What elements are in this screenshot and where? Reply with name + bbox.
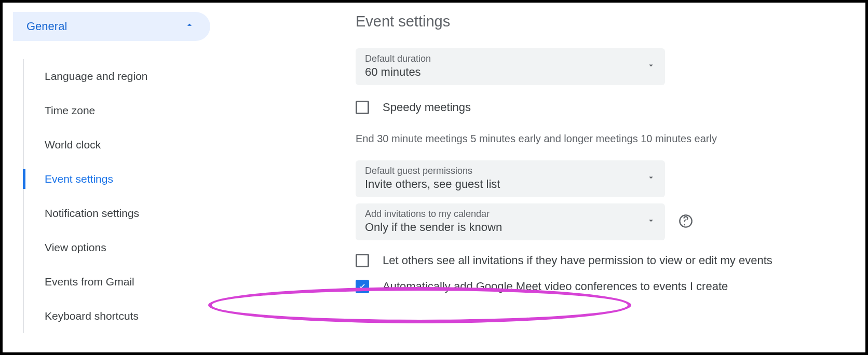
sidebar-item-label: World clock <box>45 139 101 151</box>
sidebar-item-event-settings[interactable]: Event settings <box>24 162 221 196</box>
sidebar-item-notification-settings[interactable]: Notification settings <box>24 196 221 230</box>
sidebar-section-general[interactable]: General <box>13 12 210 41</box>
section-title: Event settings <box>356 13 865 30</box>
speedy-meetings-checkbox[interactable] <box>356 101 369 114</box>
sidebar-item-label: Keyboard shortcuts <box>45 310 139 322</box>
sidebar: General Language and region Time zone Wo… <box>3 3 221 352</box>
caret-down-icon <box>646 173 656 184</box>
sidebar-item-label: Events from Gmail <box>45 276 134 288</box>
let-others-see-row: Let others see all invitations if they h… <box>356 254 865 267</box>
add-invitations-dropdown[interactable]: Add invitations to my calendar Only if t… <box>356 203 665 240</box>
speedy-meetings-label: Speedy meetings <box>383 101 471 114</box>
caret-down-icon <box>646 216 656 227</box>
sidebar-item-label: Language and region <box>45 70 148 82</box>
sidebar-item-label: Time zone <box>45 104 95 116</box>
sidebar-item-world-clock[interactable]: World clock <box>24 128 221 162</box>
add-invitations-row: Add invitations to my calendar Only if t… <box>356 203 865 240</box>
sidebar-item-time-zone[interactable]: Time zone <box>24 93 221 128</box>
let-others-see-label: Let others see all invitations if they h… <box>383 254 772 267</box>
dropdown-label: Default guest permissions <box>365 166 656 176</box>
speedy-meetings-row: Speedy meetings <box>356 101 865 114</box>
auto-meet-row: Automatically add Google Meet video conf… <box>356 280 865 293</box>
default-duration-dropdown[interactable]: Default duration 60 minutes <box>356 48 665 85</box>
auto-meet-label: Automatically add Google Meet video conf… <box>383 280 728 293</box>
dropdown-value: 60 minutes <box>365 65 656 79</box>
sidebar-header-label: General <box>26 20 67 33</box>
dropdown-label: Add invitations to my calendar <box>365 209 656 220</box>
sidebar-item-label: Event settings <box>45 173 113 185</box>
chevron-up-icon <box>184 20 195 33</box>
sidebar-item-language-and-region[interactable]: Language and region <box>24 59 221 93</box>
dropdown-label: Default duration <box>365 53 656 64</box>
sidebar-item-label: Notification settings <box>45 207 139 219</box>
sidebar-item-view-options[interactable]: View options <box>24 230 221 265</box>
sidebar-items: Language and region Time zone World cloc… <box>23 59 221 333</box>
sidebar-item-label: View options <box>45 241 106 253</box>
caret-down-icon <box>646 61 656 72</box>
sidebar-item-keyboard-shortcuts[interactable]: Keyboard shortcuts <box>24 299 221 333</box>
speedy-meetings-hint: End 30 minute meetings 5 minutes early a… <box>356 133 865 145</box>
dropdown-value: Only if the sender is known <box>365 221 656 234</box>
let-others-see-checkbox[interactable] <box>356 254 369 267</box>
guest-permissions-dropdown[interactable]: Default guest permissions Invite others,… <box>356 160 665 197</box>
main-content: Event settings Default duration 60 minut… <box>221 3 865 352</box>
dropdown-value: Invite others, see guest list <box>365 178 656 191</box>
auto-meet-checkbox[interactable] <box>356 280 369 293</box>
help-icon[interactable] <box>679 214 693 230</box>
sidebar-item-events-from-gmail[interactable]: Events from Gmail <box>24 265 221 299</box>
